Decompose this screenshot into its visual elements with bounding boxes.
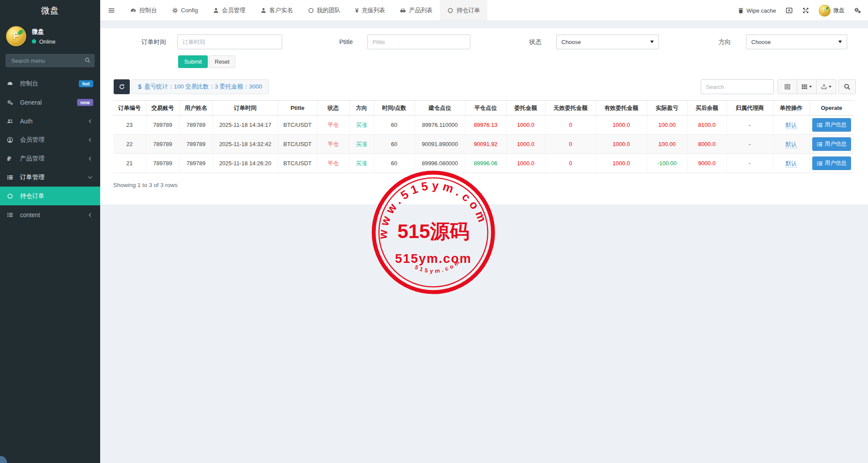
cell: 平仓 xyxy=(317,135,349,154)
column-header-订单编号[interactable]: 订单编号 xyxy=(113,101,146,116)
cell: 8100.0 xyxy=(687,116,726,135)
chevron-left-icon xyxy=(87,137,93,143)
hamburger-icon[interactable] xyxy=(100,0,123,20)
sidebar-item-content[interactable]: content xyxy=(0,205,100,224)
table-footer: Showing 1 to 3 of 3 rows xyxy=(113,182,178,188)
tab-充值列表[interactable]: ¥ 充值列表 xyxy=(348,0,393,20)
circle-icon xyxy=(308,7,314,14)
sidebar-item-控制台[interactable]: 控制台 hot xyxy=(0,74,100,93)
order-time-input[interactable] xyxy=(177,34,282,49)
sidebar-item-产品管理[interactable]: ₽ 产品管理 xyxy=(0,149,100,168)
single-control-link[interactable]: 默认 xyxy=(786,141,797,148)
single-control-link[interactable]: 默认 xyxy=(786,160,797,167)
main-area: 控制台 Config 会员管理 客户实名 我的团队 ¥ 充值列表 产品列表 持仓… xyxy=(100,0,868,463)
user-name: 微盘 xyxy=(32,28,56,36)
caret-down-icon xyxy=(838,41,842,43)
column-header-用户姓名[interactable]: 用户姓名 xyxy=(179,101,213,116)
sidebar-item-General[interactable]: General new xyxy=(0,93,100,112)
tab-Config[interactable]: Config xyxy=(165,0,206,20)
column-header-订单时间[interactable]: 订单时间 xyxy=(213,101,278,116)
detail-view-button[interactable] xyxy=(777,79,797,94)
cell: BTC/USDT xyxy=(278,135,317,154)
export-button[interactable] xyxy=(817,79,836,94)
user-info-button[interactable]: 用户信息 xyxy=(812,118,851,132)
user-info-button[interactable]: 用户信息 xyxy=(812,157,851,170)
list-icon xyxy=(817,122,823,128)
tab-控制台[interactable]: 控制台 xyxy=(123,0,165,20)
tab-会员管理[interactable]: 会员管理 xyxy=(206,0,253,20)
sidebar-item-会员管理[interactable]: 会员管理 xyxy=(0,130,100,149)
cell: - xyxy=(726,135,773,154)
tab-我的团队[interactable]: 我的团队 xyxy=(301,0,348,20)
column-header-归属代理商[interactable]: 归属代理商 xyxy=(726,101,773,116)
column-header-实际盈亏[interactable]: 实际盈亏 xyxy=(647,101,687,116)
cell: 默认 xyxy=(773,135,809,154)
cell: 1000.0 xyxy=(506,135,545,154)
cell: 2025-11-18 14:34:17 xyxy=(213,116,278,135)
tab-持仓订单[interactable]: 持仓订单 xyxy=(440,0,487,20)
column-header-交易账号[interactable]: 交易账号 xyxy=(146,101,179,116)
column-header-方向[interactable]: 方向 xyxy=(349,101,374,116)
order-time-label: 订单时间 xyxy=(100,34,166,49)
cell: 60 xyxy=(374,154,415,173)
status-label: 状态 xyxy=(476,34,541,49)
reset-button[interactable]: Reset xyxy=(209,55,235,68)
table-search-input[interactable] xyxy=(701,79,774,94)
column-header-有效委托金额[interactable]: 有效委托金额 xyxy=(596,101,647,116)
submit-button[interactable]: Submit xyxy=(178,55,208,68)
column-header-买后余额[interactable]: 买后余额 xyxy=(687,101,726,116)
user-status: Online xyxy=(32,38,56,45)
column-header-建仓点位[interactable]: 建仓点位 xyxy=(415,101,465,116)
cell: 1000.0 xyxy=(596,116,647,135)
column-header-Operate[interactable]: Operate xyxy=(809,101,854,116)
table-search-button[interactable] xyxy=(838,79,856,94)
user-info-button[interactable]: 用户信息 xyxy=(812,137,851,151)
sidebar-search-input[interactable] xyxy=(6,54,95,67)
cell: 90091.92 xyxy=(465,135,506,154)
column-header-状态[interactable]: 状态 xyxy=(317,101,349,116)
page: 微盘 P 微盘 Online 控制台 hot General new xyxy=(0,0,868,463)
circle-icon xyxy=(7,193,18,199)
sidebar-item-Auth[interactable]: Auth xyxy=(0,112,100,130)
tab-产品列表[interactable]: 产品列表 xyxy=(392,0,440,20)
status-select-value: Choose xyxy=(561,39,650,45)
badge-hot: hot xyxy=(79,80,93,87)
chevron-down-icon xyxy=(87,174,93,180)
cell: 0 xyxy=(545,135,596,154)
settings-gears-icon[interactable] xyxy=(854,7,861,14)
wipe-cache-button[interactable]: Wipe cache xyxy=(738,7,776,14)
column-header-无效委托金额[interactable]: 无效委托金额 xyxy=(545,101,596,116)
cell: 买涨 xyxy=(349,116,374,135)
columns-button[interactable] xyxy=(797,79,817,94)
gears-icon xyxy=(7,99,18,106)
tab-客户实名[interactable]: 客户实名 xyxy=(253,0,301,20)
cell: BTC/USDT xyxy=(278,116,317,135)
cell: -100.00 xyxy=(647,154,687,173)
app-title[interactable]: 微盘 xyxy=(0,0,100,21)
status-select[interactable]: Choose xyxy=(556,34,659,49)
ptitle-input[interactable] xyxy=(367,34,470,49)
direction-select[interactable]: Choose xyxy=(746,34,847,49)
column-header-委托金额[interactable]: 委托金额 xyxy=(506,101,545,116)
fullscreen-icon[interactable] xyxy=(802,7,809,14)
sidebar-item-持仓订单[interactable]: 持仓订单 xyxy=(0,187,100,205)
column-header-时间/点数[interactable]: 时间/点数 xyxy=(374,101,415,116)
table-row: 237897897897892025-11-18 14:34:17BTC/USD… xyxy=(113,116,854,135)
cell: 平仓 xyxy=(317,154,349,173)
wipe-cache-label: Wipe cache xyxy=(746,7,776,14)
column-header-平仓点位[interactable]: 平仓点位 xyxy=(465,101,506,116)
column-header-Ptitle[interactable]: Ptitle xyxy=(278,101,317,116)
cell: 1000.0 xyxy=(596,135,647,154)
navbar-user[interactable]: P 微盘 xyxy=(819,5,844,17)
cell: 默认 xyxy=(773,116,809,135)
refresh-button[interactable] xyxy=(114,79,130,94)
circle-icon xyxy=(447,7,453,14)
language-icon[interactable]: A xyxy=(786,7,793,14)
cell: 用户信息 xyxy=(809,116,854,135)
search-icon[interactable] xyxy=(84,57,91,63)
sidebar-item-订单管理[interactable]: 订单管理 xyxy=(0,168,100,187)
caret-down-icon xyxy=(829,86,831,88)
navbar-avatar: P xyxy=(819,5,831,17)
single-control-link[interactable]: 默认 xyxy=(786,122,797,129)
column-header-单控操作[interactable]: 单控操作 xyxy=(773,101,809,116)
